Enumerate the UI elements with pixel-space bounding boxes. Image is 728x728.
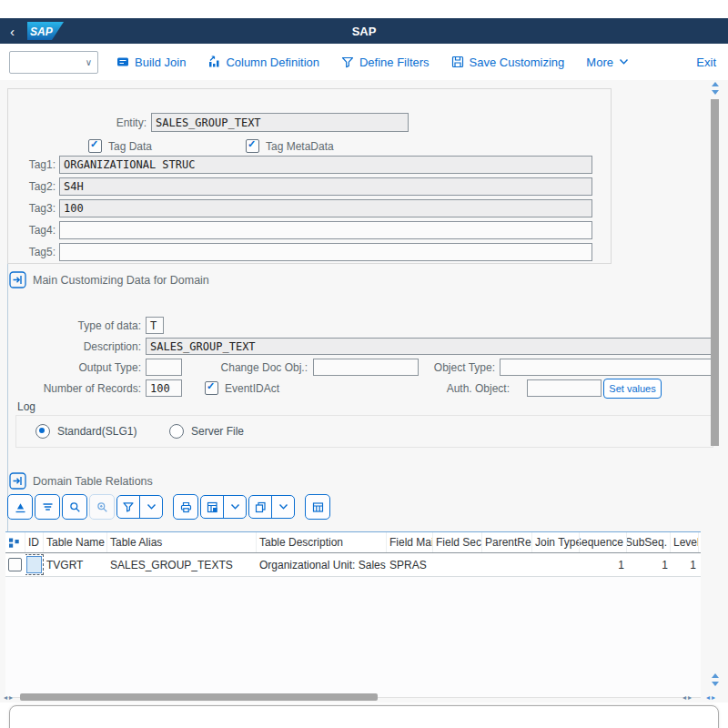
table-settings-icon [311, 500, 325, 514]
filter-button[interactable] [117, 496, 139, 518]
build-join-button[interactable]: Build Join [116, 56, 186, 69]
table-settings-button[interactable] [305, 494, 330, 520]
tag4-input[interactable] [59, 221, 592, 239]
tag-data-checkbox[interactable] [88, 139, 102, 153]
layout-combobox[interactable]: ∨ [9, 51, 98, 74]
cell-parentrel[interactable] [482, 553, 532, 576]
copy-split-button [248, 495, 295, 519]
object-type-input[interactable] [500, 359, 715, 376]
print-icon [179, 500, 193, 514]
tag-metadata-row: Tag MetaData [246, 139, 334, 153]
change-doc-obj-input[interactable] [313, 359, 419, 376]
save-customizing-button[interactable]: Save Customizing [451, 56, 565, 69]
auth-object-label: Auth. Object: [437, 382, 510, 395]
output-type-input[interactable] [146, 359, 182, 376]
type-of-data-input[interactable]: T [146, 317, 164, 334]
cell-field-main[interactable]: SPRAS [387, 553, 433, 576]
scroll-down-arrow-icon[interactable] [712, 90, 719, 95]
cell-table-name[interactable]: TVGRT [44, 553, 107, 576]
tag3-input[interactable]: 100 [59, 199, 592, 217]
sort-ascending-button[interactable] [7, 494, 33, 520]
cell-level[interactable]: 1 [671, 553, 699, 576]
column-definition-button[interactable]: Column Definition [207, 56, 319, 69]
radio-standard-slg1[interactable] [35, 424, 50, 439]
sort-ascending-icon [14, 500, 27, 514]
search-icon [68, 500, 82, 514]
copy-dropdown-chevron-icon [278, 503, 288, 511]
cell-subseq[interactable]: 1 [627, 553, 671, 576]
table-row[interactable]: TVGRT SALES_GROUP_TEXTS Organizational U… [5, 553, 701, 577]
exit-button[interactable]: Exit [696, 56, 716, 69]
cell-join-type[interactable] [532, 553, 580, 576]
log-server-file-option[interactable]: Server File [169, 424, 244, 439]
column-header-table-name[interactable]: Table Name [44, 532, 107, 552]
collapse-section-icon[interactable] [9, 472, 26, 490]
row-select-checkbox[interactable] [8, 558, 22, 571]
scroll-down-arrow-icon[interactable] [712, 682, 719, 686]
radio-server-file[interactable] [169, 424, 184, 439]
cell-sequence[interactable]: 1 [580, 553, 627, 576]
vertical-scrollbar[interactable] [711, 80, 720, 692]
scroll-left-right-arrows-icon[interactable]: ◂▸ [682, 693, 693, 702]
horizontal-scroll-thumb[interactable] [20, 693, 378, 701]
copy-icon [254, 500, 268, 514]
print-button[interactable] [173, 494, 198, 520]
id-cell-focused[interactable] [26, 556, 42, 573]
auth-object-input[interactable] [527, 379, 602, 397]
column-header-table-description[interactable]: Table Description [257, 532, 387, 552]
cell-table-alias[interactable]: SALES_GROUP_TEXTS [107, 553, 257, 576]
description-input[interactable]: SALES_GROUP_TEXT [146, 338, 715, 355]
vertical-scroll-thumb[interactable] [711, 99, 719, 446]
column-header-parentrel[interactable]: ParentRel [482, 532, 532, 552]
tag1-label: Tag1: [8, 158, 56, 171]
tag-data-row: Tag Data [88, 139, 152, 153]
filter-dropdown-button[interactable] [139, 496, 162, 518]
tag2-input[interactable]: S4H [59, 177, 592, 196]
define-filters-button[interactable]: Define Filters [341, 56, 430, 69]
column-header-sequence[interactable]: Sequence [580, 532, 627, 552]
tag1-input[interactable]: ORGANIZATIONAL STRUC [59, 156, 592, 174]
select-all-cell[interactable] [5, 532, 25, 552]
page-title: SAP [0, 25, 728, 38]
filter-icon [341, 56, 354, 68]
sort-descending-icon [41, 500, 55, 514]
cell-field-sec[interactable] [433, 553, 482, 576]
domain-section-title: Main Customizing Data for Domain [33, 274, 209, 287]
eventidact-checkbox[interactable] [205, 381, 218, 395]
export-button[interactable] [201, 496, 223, 518]
collapse-section-icon[interactable] [9, 271, 26, 288]
column-header-id[interactable]: ID [25, 532, 44, 552]
entity-input[interactable]: SALES_GROUP_TEXT [151, 113, 409, 132]
sap-window: ‹ SAP SAP ∨ Build Join [0, 0, 728, 728]
column-header-level[interactable]: Level [671, 532, 699, 552]
scroll-left-right-arrows-icon[interactable]: ◂▸ [706, 693, 717, 702]
search-button[interactable] [62, 494, 87, 520]
output-type-label: Output Type: [0, 361, 141, 374]
export-dropdown-button[interactable] [223, 496, 246, 518]
column-header-field-main[interactable]: Field Main [387, 532, 433, 552]
more-button[interactable]: More [586, 56, 629, 69]
log-standard-option[interactable]: Standard(SLG1) [35, 424, 136, 439]
scroll-left-right-arrows-icon[interactable]: ◂▸ [4, 693, 15, 702]
copy-dropdown-button[interactable] [271, 496, 294, 518]
horizontal-scrollbar[interactable]: ◂▸ ◂▸ ◂▸ [0, 693, 728, 702]
number-of-records-input[interactable]: 100 [146, 379, 182, 397]
select-all-icon [8, 537, 20, 549]
tag5-input[interactable] [59, 243, 592, 261]
scroll-up-arrow-icon[interactable] [712, 673, 719, 678]
column-header-table-alias[interactable]: Table Alias [107, 532, 257, 552]
cell-table-description[interactable]: Organizational Unit: Sales ... [257, 553, 387, 576]
column-header-subseq[interactable]: SubSeq. [627, 532, 671, 552]
save-icon [451, 56, 464, 68]
sort-descending-button[interactable] [35, 494, 60, 520]
tag3-label: Tag3: [8, 202, 56, 215]
scroll-up-arrow-icon[interactable] [712, 82, 719, 86]
column-header-join-type[interactable]: Join Type [532, 532, 580, 552]
tag2-label: Tag2: [8, 180, 56, 193]
search-next-button[interactable] [89, 494, 115, 520]
copy-button[interactable] [249, 496, 271, 518]
column-header-field-sec[interactable]: Field Sec. [433, 532, 482, 552]
table-empty-area [5, 577, 701, 698]
set-values-button[interactable]: Set values [603, 379, 662, 399]
tag-metadata-checkbox[interactable] [246, 139, 259, 153]
